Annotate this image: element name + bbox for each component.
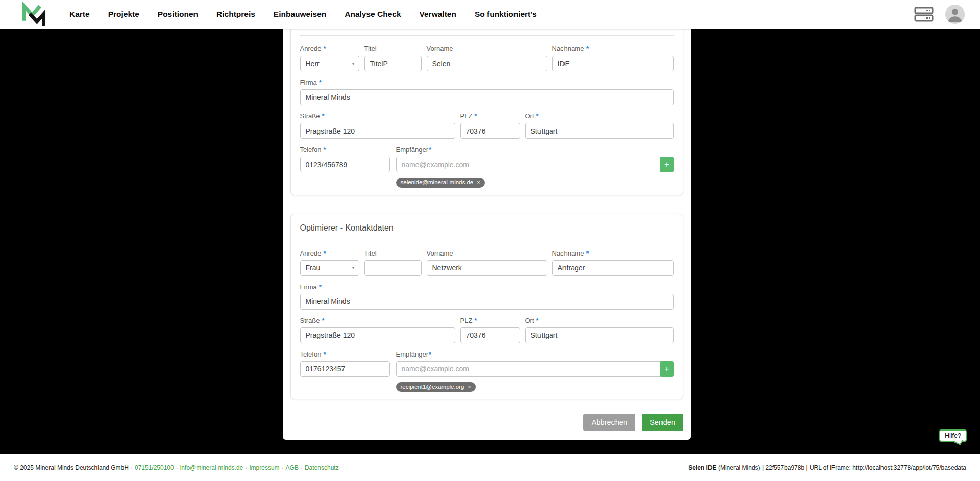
anrede-label: Anrede* [300, 249, 359, 257]
recipient-chip[interactable]: recipient1@example.org × [396, 382, 476, 392]
required-marker: * [536, 112, 539, 120]
nav-item-verwalten[interactable]: Verwalten [420, 10, 456, 19]
vorname-label: Vorname [427, 45, 547, 53]
required-marker: * [323, 249, 326, 257]
firma-label: Firma* [300, 283, 674, 291]
required-marker: * [322, 317, 325, 324]
required-marker: * [323, 146, 326, 154]
nav-item-einbauweisen[interactable]: Einbauweisen [274, 10, 326, 19]
top-navigation-bar: Karte Projekte Positionen Richtpreis Ein… [0, 0, 980, 29]
plz-input[interactable] [460, 327, 520, 343]
main-nav: Karte Projekte Positionen Richtpreis Ein… [69, 10, 537, 19]
required-marker: * [586, 45, 589, 53]
cancel-button[interactable]: Abbrechen [583, 414, 635, 431]
strasse-input[interactable] [300, 123, 455, 139]
empfaenger-label: Empfänger* [396, 350, 674, 358]
nav-item-richtpreis[interactable]: Richtpreis [216, 10, 255, 19]
vorname-input[interactable] [427, 260, 547, 276]
nachname-input[interactable] [552, 260, 674, 276]
footer-status-details: (Mineral Minds) | 22f557ba978b | URL of … [717, 464, 966, 471]
header-right-controls [914, 5, 965, 24]
nachname-label: Nachname* [552, 45, 674, 53]
footer-link-datenschutz[interactable]: Datenschutz [305, 464, 339, 471]
required-marker: * [429, 350, 431, 358]
add-recipient-button[interactable]: + [660, 361, 674, 377]
separator-dot: · [245, 464, 247, 471]
dialog-actions: Abbrechen Senden [283, 414, 683, 431]
footer-link-email[interactable]: info@mineral-minds.de [180, 464, 243, 471]
anrede-selected-value: Herr [306, 60, 320, 68]
separator-dot: · [282, 464, 284, 471]
telefon-label: Telefon* [300, 146, 390, 154]
remove-chip-icon[interactable]: × [477, 180, 480, 185]
required-marker: * [474, 112, 477, 120]
person-icon [945, 5, 965, 24]
page-footer: © 2025 Mineral Minds Deutschland GmbH·07… [0, 454, 980, 481]
card-title: Optimierer - Kontaktdaten [300, 222, 674, 234]
send-button[interactable]: Senden [642, 414, 683, 431]
footer-link-impressum[interactable]: Impressum [249, 464, 279, 471]
footer-link-phone[interactable]: 07151/250100 [135, 464, 174, 471]
firma-input[interactable] [300, 89, 674, 105]
required-marker: * [319, 79, 322, 86]
required-marker: * [323, 350, 326, 358]
required-marker: * [474, 317, 477, 324]
plz-input[interactable] [460, 123, 520, 139]
strasse-label: Straße* [300, 112, 455, 120]
required-marker: * [323, 45, 326, 53]
add-recipient-button[interactable]: + [660, 157, 674, 172]
nav-item-positionen[interactable]: Positionen [158, 10, 198, 19]
ort-label: Ort* [525, 112, 674, 120]
anrede-select[interactable]: Frau ▾ [300, 260, 359, 276]
nav-item-karte[interactable]: Karte [69, 10, 90, 19]
telefon-input[interactable] [300, 361, 390, 377]
telefon-label: Telefon* [300, 350, 390, 358]
ort-input[interactable] [525, 123, 674, 139]
footer-link-agb[interactable]: AGB [286, 464, 299, 471]
recipient-chip-label: recipient1@example.org [401, 384, 464, 390]
separator-dot: · [131, 464, 133, 471]
nav-item-so-funktionierts[interactable]: So funktioniert's [475, 10, 537, 19]
required-marker: * [319, 283, 322, 291]
firma-input[interactable] [300, 294, 674, 310]
nachname-input[interactable] [552, 56, 674, 71]
kontaktdaten-dialog: Anrede* Herr ▾ Titel Vorname Nachname* [283, 29, 691, 440]
card-title-divider [300, 35, 674, 36]
optimierer-kontaktdaten-card: Optimierer - Kontaktdaten Anrede* Frau ▾… [290, 214, 683, 400]
remove-chip-icon[interactable]: × [468, 384, 471, 390]
nav-item-analyse-check[interactable]: Analyse Check [345, 10, 401, 19]
vorname-label: Vorname [427, 249, 547, 257]
vorname-input[interactable] [427, 56, 547, 71]
anrede-select[interactable]: Herr ▾ [300, 56, 359, 71]
titel-input[interactable] [364, 56, 422, 71]
footer-user-name: Selen IDE [688, 464, 716, 471]
ort-input[interactable] [525, 327, 674, 343]
empfaenger-label: Empfänger* [396, 146, 674, 154]
nav-item-projekte[interactable]: Projekte [108, 10, 139, 19]
titel-label: Titel [364, 45, 422, 53]
empfaenger-input[interactable] [396, 361, 674, 377]
anrede-selected-value: Frau [306, 264, 321, 272]
required-marker: * [586, 249, 589, 257]
strasse-input[interactable] [300, 327, 455, 343]
empfaenger-input[interactable] [396, 157, 674, 172]
plz-label: PLZ* [460, 112, 520, 120]
recipient-chip[interactable]: selenide@mineral-minds.de × [396, 178, 485, 188]
titel-input[interactable] [364, 260, 422, 276]
help-button[interactable]: Hilfe? [939, 429, 967, 442]
server-stack-icon[interactable] [914, 6, 934, 22]
user-avatar[interactable] [945, 5, 965, 24]
mineral-minds-logo-icon[interactable] [20, 2, 45, 27]
footer-legal: © 2025 Mineral Minds Deutschland GmbH·07… [14, 464, 339, 471]
card-title-divider [300, 240, 674, 240]
recipient-chip-label: selenide@mineral-minds.de [401, 180, 474, 186]
required-marker: * [322, 112, 325, 120]
telefon-input[interactable] [300, 157, 390, 172]
nachname-label: Nachname* [552, 249, 674, 257]
footer-status: Selen IDE (Mineral Minds) | 22f557ba978b… [688, 464, 966, 471]
strasse-label: Straße* [300, 317, 455, 324]
plz-label: PLZ* [460, 317, 520, 324]
required-marker: * [536, 317, 539, 324]
copyright-text: © 2025 Mineral Minds Deutschland GmbH [14, 464, 129, 471]
card-title [300, 29, 674, 29]
